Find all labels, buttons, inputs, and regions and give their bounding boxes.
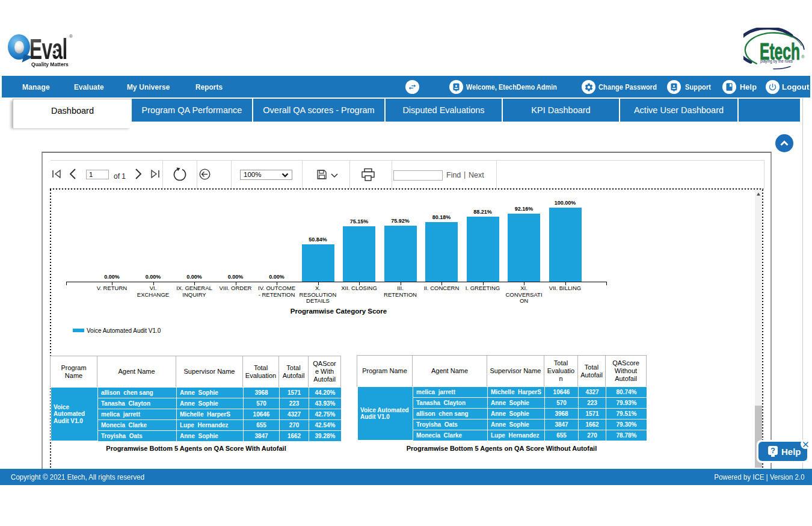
svg-text:®: ® <box>801 54 805 60</box>
svg-text:playing by the rules: playing by the rules <box>760 58 793 64</box>
